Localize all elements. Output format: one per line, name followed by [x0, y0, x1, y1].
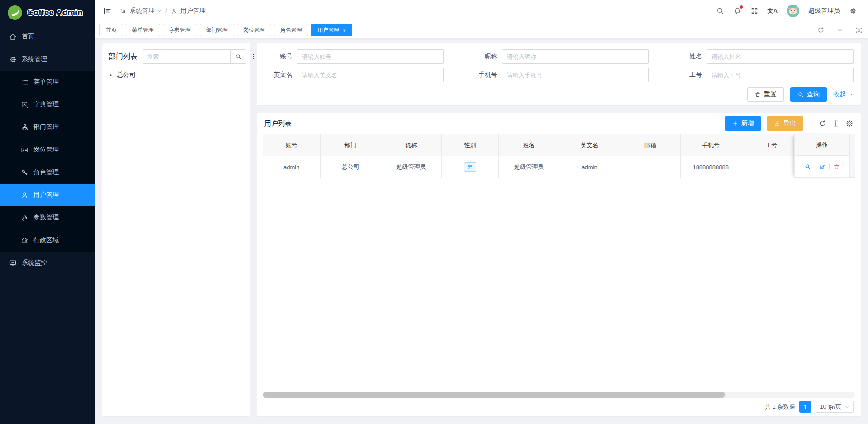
cell-dept: 总公司	[320, 156, 381, 178]
user-table: 账号 部门 昵称 性别 姓名 英文名 邮箱 手机号 工号 生日 ad	[263, 134, 855, 178]
org-chart-icon	[21, 124, 28, 131]
phone-label: 手机号	[469, 71, 502, 79]
account-input[interactable]	[297, 49, 444, 64]
table-toolbar: 新增 导出	[725, 116, 854, 131]
delete-icon[interactable]	[833, 163, 840, 170]
sidebar-item-menu-management[interactable]: 菜单管理	[0, 71, 95, 93]
tab-user-management[interactable]: 用户管理 x	[311, 24, 352, 36]
gear-icon	[120, 8, 127, 14]
avatar[interactable]	[787, 5, 799, 17]
topbar: 系统管理 / 用户管理 文A	[95, 0, 868, 22]
cell-account: admin	[263, 156, 321, 178]
page-size-select[interactable]: 10 条/页	[816, 401, 854, 413]
view-icon[interactable]	[804, 163, 811, 170]
id-badge-icon	[21, 146, 28, 154]
sidebar-item-param-management[interactable]: 参数管理	[0, 206, 95, 229]
col-gender[interactable]: 性别	[441, 134, 499, 156]
settings-gear-icon[interactable]	[849, 7, 857, 15]
caret-down-icon	[157, 9, 162, 13]
refresh-icon[interactable]	[811, 22, 830, 38]
dept-list-title: 部门列表	[108, 52, 137, 62]
col-nickname[interactable]: 昵称	[381, 134, 441, 156]
search-icon[interactable]	[716, 7, 724, 15]
dept-search-input[interactable]	[143, 49, 231, 64]
breadcrumb-separator: /	[165, 7, 167, 14]
en-name-label: 英文名	[264, 71, 297, 79]
row-actions	[794, 156, 849, 178]
sidebar-item-dept-management[interactable]: 部门管理	[0, 116, 95, 138]
tree-node-label: 总公司	[117, 71, 136, 79]
expand-screen-icon[interactable]	[849, 22, 868, 38]
sidebar-item-role-management[interactable]: 角色管理	[0, 161, 95, 184]
breadcrumb-user-management: 用户管理	[171, 7, 206, 15]
col-phone[interactable]: 手机号	[680, 134, 741, 156]
col-name[interactable]: 姓名	[499, 134, 559, 156]
dictionary-icon	[21, 101, 28, 109]
actions-fixed-column: 操作	[794, 134, 849, 178]
col-account[interactable]: 账号	[263, 134, 321, 156]
chevron-down-icon[interactable]	[830, 22, 849, 38]
chevron-up-icon	[848, 92, 854, 97]
phone-input[interactable]	[502, 68, 649, 82]
action-divider	[829, 164, 830, 169]
tab-menu-management[interactable]: 菜单管理	[126, 24, 160, 36]
sidebar-item-home[interactable]: 首页	[0, 25, 95, 48]
cell-work-no	[741, 156, 802, 178]
tab-list: 首页 菜单管理 字典管理 部门管理 岗位管理 角色管理 用户管理 x	[99, 24, 811, 36]
col-dept[interactable]: 部门	[320, 134, 381, 156]
fullscreen-icon[interactable]	[750, 7, 759, 15]
breadcrumb: 系统管理 / 用户管理	[120, 7, 206, 15]
translate-icon[interactable]: 文A	[768, 7, 778, 15]
sidebar-item-system-monitor[interactable]: 系统监控	[0, 252, 95, 274]
breadcrumb-system-management[interactable]: 系统管理	[120, 7, 162, 15]
col-en-name[interactable]: 英文名	[559, 134, 620, 156]
sidebar-item-system-management[interactable]: 系统管理	[0, 48, 95, 71]
tab-dept-management[interactable]: 部门管理	[200, 24, 234, 36]
tab-close-icon[interactable]: x	[343, 28, 346, 33]
tab-post-management[interactable]: 岗位管理	[237, 24, 271, 36]
collapse-link[interactable]: 收起	[833, 91, 854, 99]
edit-icon[interactable]	[819, 163, 826, 170]
page-button-1[interactable]: 1	[799, 401, 811, 413]
nickname-input[interactable]	[502, 49, 649, 64]
query-button[interactable]: 查询	[790, 87, 827, 102]
notification-bell-icon[interactable]	[733, 7, 741, 15]
col-email[interactable]: 邮箱	[620, 134, 680, 156]
username[interactable]: 超级管理员	[808, 7, 840, 15]
cell-phone: 18888888888	[680, 156, 741, 178]
col-work-no[interactable]: 工号	[741, 134, 802, 156]
sidebar-item-post-management[interactable]: 岗位管理	[0, 138, 95, 161]
work-no-input[interactable]	[707, 68, 854, 82]
add-button[interactable]: 新增	[725, 116, 761, 131]
user-icon	[171, 8, 178, 14]
horizontal-scrollbar-thumb[interactable]	[263, 392, 725, 398]
tab-home[interactable]: 首页	[99, 24, 123, 36]
name-input[interactable]	[707, 49, 854, 64]
form-buttons: 重置 查询 收起	[264, 87, 854, 102]
tree-node-root[interactable]: 总公司	[108, 71, 244, 79]
table-row[interactable]: admin 总公司 超级管理员 男 超级管理员 admin 1888888888…	[263, 156, 856, 178]
notification-dot	[740, 5, 743, 9]
app-logo: Coffee Admin	[0, 0, 95, 25]
cell-email	[620, 156, 680, 178]
kebab-menu-icon[interactable]	[250, 53, 257, 60]
row-height-icon[interactable]	[832, 119, 840, 128]
user-list-panel: 用户列表 新增 导出	[257, 113, 861, 416]
sidebar-item-admin-region[interactable]: 行政区域	[0, 229, 95, 252]
export-button[interactable]: 导出	[767, 116, 803, 131]
tab-role-management[interactable]: 角色管理	[274, 24, 308, 36]
content: 部门列表 总公司 账号	[95, 39, 868, 424]
en-name-input[interactable]	[297, 68, 444, 82]
tab-dict-management[interactable]: 字典管理	[163, 24, 197, 36]
pagination-total: 共 1 条数据	[765, 403, 795, 411]
sidebar-item-user-management[interactable]: 用户管理	[0, 184, 95, 206]
cell-en-name: admin	[559, 156, 620, 178]
dept-search-button[interactable]	[230, 49, 246, 64]
key-icon	[21, 169, 28, 176]
search-form: 账号 昵称 姓名 英文名 手机号	[264, 49, 854, 82]
menu-fold-icon[interactable]	[103, 7, 112, 15]
sidebar-item-dict-management[interactable]: 字典管理	[0, 93, 95, 116]
column-settings-gear-icon[interactable]	[845, 119, 854, 128]
reset-button[interactable]: 重置	[747, 87, 784, 102]
refresh-icon[interactable]	[818, 119, 826, 128]
